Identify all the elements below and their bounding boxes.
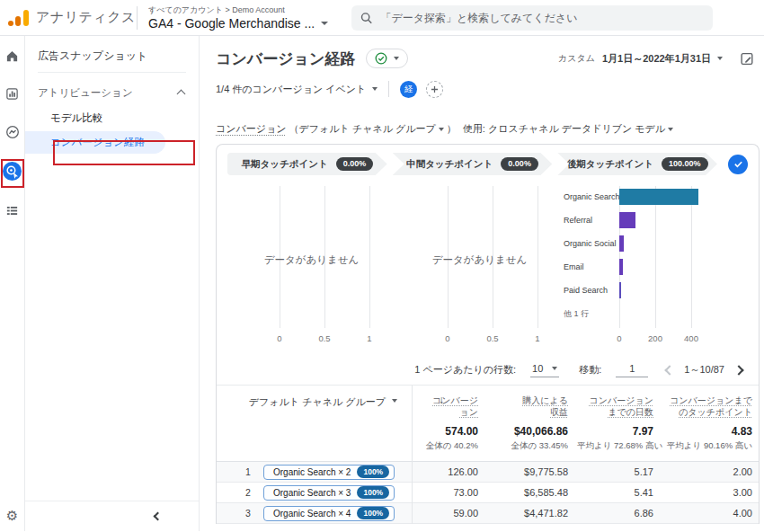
goto-label: 移動: xyxy=(579,363,601,377)
conversion-check-icon[interactable] xyxy=(728,155,748,174)
bar[interactable] xyxy=(619,212,635,228)
conversion-paths-table: デフォルト チャネル グループ ↓ コンバージョン 購入による収益 コンバージョ… xyxy=(217,385,759,524)
chevron-down-icon xyxy=(552,367,557,370)
home-icon[interactable] xyxy=(4,49,20,64)
table-row[interactable]: 3 Organic Search × 4 100% 59.00 $4,471.8… xyxy=(217,503,759,524)
chevron-down-icon xyxy=(668,128,673,131)
page-range-label: 1～10/87 xyxy=(684,363,724,377)
breadcrumb: すべてのアカウント > Demo Account xyxy=(148,4,328,16)
property-selector[interactable]: すべてのアカウント > Demo Account GA4 - Google Me… xyxy=(148,4,328,31)
add-comparison-button[interactable] xyxy=(426,81,443,98)
conversion-paths-card: 早期タッチポイント 0.00% 中間タッチポイント 0.00% 後期タッチポイン… xyxy=(216,144,760,524)
advertising-icon[interactable] xyxy=(3,162,22,181)
bar-label: Email xyxy=(564,262,619,271)
cell-conversions: 126.00 xyxy=(412,466,487,477)
tab-value-pill: 0.00% xyxy=(501,157,538,171)
channel-share-pill: 100% xyxy=(357,486,389,498)
table-totals-row: 574.00 全体の 40.2% $40,066.86 全体の 33.45% 7… xyxy=(217,423,759,462)
customize-report-button[interactable] xyxy=(737,49,757,68)
tab-value-pill: 0.00% xyxy=(336,157,374,171)
chevron-down-icon xyxy=(717,57,723,60)
bar[interactable] xyxy=(619,189,698,205)
bar-row: Paid Search xyxy=(564,282,754,298)
report-status-pill[interactable] xyxy=(366,49,408,68)
next-page-icon[interactable] xyxy=(733,365,743,375)
bar-label: Organic Search xyxy=(564,192,619,201)
sidebar-item-conversion-paths[interactable]: コンバージョン経路 xyxy=(25,131,165,154)
bar[interactable] xyxy=(619,282,621,298)
analytics-logo-icon xyxy=(8,9,29,27)
bar-row: 他 1 行 xyxy=(564,306,754,322)
no-data-message: データがありません xyxy=(432,253,528,267)
total-conversions: 574.00 全体の 40.2% xyxy=(412,425,487,452)
library-icon[interactable] xyxy=(4,203,20,218)
date-type-label: カスタム xyxy=(558,52,595,65)
cell-days-to-conversion: 5.41 xyxy=(577,487,662,498)
column-header-touchpoints-to-conversion[interactable]: コンバージョンまでのタッチポイント xyxy=(662,395,760,418)
attribution-model-selector[interactable]: 使用: クロスチャネル データドリブン モデル xyxy=(463,122,665,136)
rows-per-page-value: 10 xyxy=(532,363,543,374)
settings-gear-icon[interactable]: ⚙ xyxy=(0,509,24,522)
search-input[interactable] xyxy=(380,12,704,24)
snapshot-label: 広告スナップショット xyxy=(38,49,147,64)
chevron-up-icon xyxy=(177,90,186,99)
rows-per-page-select[interactable]: 10 xyxy=(530,363,559,377)
sidebar-section-attribution[interactable]: アトリビューション xyxy=(25,80,199,105)
conversion-paths-label: コンバージョン経路 xyxy=(50,136,145,149)
cell-purchase-revenue: $6,585.48 xyxy=(487,487,577,498)
dimension-selector-open[interactable]: （デフォルト チャネル グループ xyxy=(289,122,436,136)
sidebar-divider xyxy=(38,72,186,73)
previous-page-icon[interactable] xyxy=(665,365,675,375)
tab-label: 早期タッチポイント xyxy=(241,158,327,171)
logo-area[interactable]: アナリティクス xyxy=(0,9,131,27)
channel-path-chip[interactable]: Organic Search × 3 100% xyxy=(263,485,395,501)
search-icon xyxy=(360,12,372,24)
tab-value-pill: 100.00% xyxy=(662,157,708,171)
cell-touchpoints: 3.00 xyxy=(662,487,760,498)
bar-label: Paid Search xyxy=(564,286,619,295)
dimension-header[interactable]: デフォルト チャネル グループ xyxy=(236,395,412,418)
sidebar-item-snapshot[interactable]: 広告スナップショット xyxy=(25,43,199,68)
collapse-sidebar-icon[interactable] xyxy=(154,512,163,521)
check-circle-icon xyxy=(375,52,387,65)
cell-conversions: 73.00 xyxy=(412,487,487,498)
conversion-events-selector[interactable]: 1/4 件のコンバージョン イベント xyxy=(216,83,378,96)
x-axis: 0 0.5 1 xyxy=(448,333,537,346)
cell-conversions: 59.00 xyxy=(412,508,487,519)
events-selector-label: 1/4 件のコンバージョン イベント xyxy=(216,83,366,96)
bar-label: Organic Social xyxy=(564,239,619,248)
tab-early-touchpoints[interactable]: 早期タッチポイント 0.00% xyxy=(227,153,387,175)
table-row[interactable]: 1 Organic Search × 2 100% 126.00 $9,775.… xyxy=(217,462,759,483)
rows-per-page-label: 1 ページあたりの行数: xyxy=(414,363,516,377)
cell-purchase-revenue: $9,775.58 xyxy=(487,466,577,477)
column-header-purchase-revenue[interactable]: 購入による収益 xyxy=(487,395,577,418)
tab-late-touchpoints[interactable]: 後期タッチポイント 100.00% xyxy=(557,153,717,175)
sidebar-item-model-comparison[interactable]: モデル比較 xyxy=(25,107,199,129)
explore-icon[interactable] xyxy=(4,124,20,139)
channel-path-chip[interactable]: Organic Search × 2 100% xyxy=(263,465,395,480)
chevron-down-icon xyxy=(372,87,378,91)
total-days-to-conversion: 7.97 平均より 72.68% 高い xyxy=(577,425,662,452)
goto-page-input[interactable]: 1 xyxy=(616,363,648,377)
page-title: コンバージョン経路 xyxy=(216,49,355,69)
cell-touchpoints: 4.00 xyxy=(662,508,760,519)
dimension-header-label: デフォルト チャネル グループ xyxy=(249,395,386,409)
dimension-selector-close: ） xyxy=(447,122,457,136)
bar[interactable] xyxy=(619,259,623,275)
bar[interactable] xyxy=(619,235,624,252)
table-row[interactable]: 2 Organic Search × 3 100% 73.00 $6,585.4… xyxy=(217,483,759,503)
tab-mid-touchpoints[interactable]: 中間タッチポイント 0.00% xyxy=(393,153,553,175)
date-range-picker[interactable]: カスタム 1月1日～2022年1月31日 xyxy=(558,52,723,66)
event-badge[interactable]: 経 xyxy=(400,81,417,98)
table-pagination: 1 ページあたりの行数: 10 移動: 1 1～10/87 xyxy=(227,355,748,385)
reports-icon[interactable] xyxy=(4,86,20,102)
cell-touchpoints: 2.00 xyxy=(662,466,760,477)
x-axis: 0 0.5 1 xyxy=(280,333,369,346)
metric-selector[interactable]: コンバージョン xyxy=(216,122,287,136)
channel-path-chip[interactable]: Organic Search × 4 100% xyxy=(263,506,395,521)
bar-label: 他 1 行 xyxy=(564,308,619,320)
search-bar[interactable] xyxy=(351,5,713,31)
column-header-days-to-conversion[interactable]: コンバージョンまでの日数 xyxy=(577,395,662,418)
column-header-conversions[interactable]: ↓ コンバージョン xyxy=(412,395,487,418)
bar-row: Email xyxy=(564,259,754,275)
